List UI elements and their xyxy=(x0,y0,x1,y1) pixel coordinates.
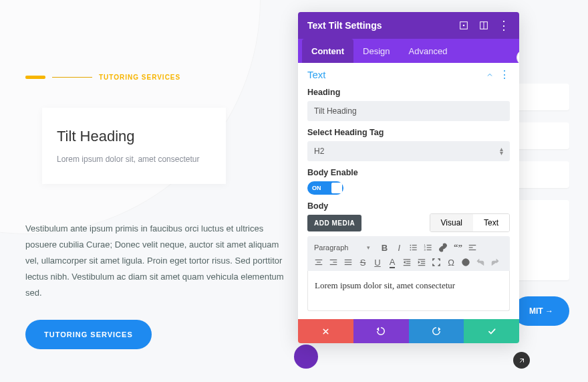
heading-tag-select[interactable]: H2 ▴▾ xyxy=(307,141,510,161)
svg-rect-32 xyxy=(404,265,411,266)
svg-point-5 xyxy=(410,245,412,246)
underline-icon[interactable]: U xyxy=(370,255,385,270)
undo-button[interactable] xyxy=(353,319,409,343)
tag-sep xyxy=(52,77,92,78)
cancel-button[interactable] xyxy=(298,319,353,343)
cta-button[interactable]: TUTORING SERVICES xyxy=(25,320,152,349)
card-heading: Tilt Heading xyxy=(57,128,211,145)
indent-left-icon[interactable] xyxy=(400,255,414,270)
svg-rect-34 xyxy=(418,259,426,260)
select-tag-label: Select Heading Tag xyxy=(307,128,510,137)
svg-point-1 xyxy=(463,25,465,27)
textcolor-icon[interactable]: A xyxy=(385,255,400,270)
panel-body: Text ⋮ Heading Select Heading Tag H2 ▴▾ … xyxy=(298,63,519,319)
add-media-button[interactable]: ADD MEDIA xyxy=(307,215,361,231)
toggle-state: ON xyxy=(312,185,321,191)
svg-rect-16 xyxy=(427,250,432,250)
module-fab[interactable] xyxy=(294,345,318,369)
chevron-up-icon[interactable] xyxy=(486,71,494,79)
select-value: H2 xyxy=(314,147,324,156)
panel-title: Text Tilt Settings xyxy=(307,20,450,31)
editor-textarea[interactable]: Lorem ipsum dolor sit, amet consectetur xyxy=(307,271,510,311)
text-tab[interactable]: Text xyxy=(473,214,509,231)
panel-tabs: Content Design Advanced xyxy=(298,39,519,63)
svg-rect-35 xyxy=(421,261,425,262)
svg-marker-33 xyxy=(404,261,406,264)
svg-rect-21 xyxy=(317,262,321,262)
tagline-text: TUTORING SERVICES xyxy=(99,74,180,81)
svg-rect-31 xyxy=(406,263,410,264)
redo-button[interactable] xyxy=(409,319,464,343)
svg-rect-6 xyxy=(412,245,417,246)
svg-point-9 xyxy=(410,250,412,251)
ol-icon[interactable]: 123 xyxy=(421,240,436,255)
body-enable-label: Body Enable xyxy=(307,168,510,177)
panel-footer xyxy=(298,319,519,343)
tab-design[interactable]: Design xyxy=(353,39,399,63)
specialchar-icon[interactable]: Ω xyxy=(444,255,458,270)
submit-button[interactable]: MIT → xyxy=(513,296,569,326)
svg-rect-28 xyxy=(345,264,352,265)
svg-rect-29 xyxy=(404,259,411,260)
align-right-icon[interactable] xyxy=(326,255,341,270)
svg-point-7 xyxy=(410,247,412,248)
expand-icon[interactable] xyxy=(458,19,470,31)
svg-rect-22 xyxy=(315,264,323,265)
svg-rect-27 xyxy=(345,262,352,262)
svg-rect-20 xyxy=(315,260,323,260)
undo-icon[interactable] xyxy=(473,255,488,270)
tag-bar xyxy=(25,76,45,79)
tab-content[interactable]: Content xyxy=(302,39,353,63)
svg-point-40 xyxy=(464,261,465,262)
svg-rect-24 xyxy=(333,262,337,262)
menu-icon[interactable]: ⋮ xyxy=(498,19,510,31)
svg-point-41 xyxy=(466,261,467,262)
body-label: Body xyxy=(307,201,510,211)
align-center-icon[interactable] xyxy=(311,255,326,270)
svg-rect-18 xyxy=(469,247,473,248)
svg-rect-17 xyxy=(469,245,476,246)
expand-fab[interactable] xyxy=(513,352,530,369)
svg-point-39 xyxy=(462,259,470,266)
svg-rect-8 xyxy=(412,247,417,248)
indent-right-icon[interactable] xyxy=(414,255,429,270)
svg-rect-19 xyxy=(469,250,476,250)
link-icon[interactable] xyxy=(436,240,450,255)
heading-label: Heading xyxy=(307,88,510,97)
align-justify-icon[interactable] xyxy=(341,255,355,270)
svg-rect-36 xyxy=(421,263,425,264)
toggle-knob xyxy=(331,183,342,193)
format-select[interactable]: Paragraph xyxy=(311,242,373,253)
body-paragraph: Vestibulum ante ipsum primis in faucibus… xyxy=(25,221,293,301)
editor-toolbar: Paragraph B I 123 “” S U A Ω xyxy=(307,236,510,271)
tilt-card: Tilt Heading Lorem ipsum dolor sit, amet… xyxy=(42,108,226,184)
align-left-icon[interactable] xyxy=(465,240,480,255)
section-header[interactable]: Text ⋮ xyxy=(307,68,510,81)
redo-icon[interactable] xyxy=(488,255,502,270)
tab-advanced[interactable]: Advanced xyxy=(400,39,457,63)
visual-tab[interactable]: Visual xyxy=(430,214,473,231)
fullscreen-icon[interactable] xyxy=(429,255,444,270)
panel-header[interactable]: Text Tilt Settings ⋮ xyxy=(298,12,519,39)
svg-rect-12 xyxy=(427,245,432,246)
svg-rect-23 xyxy=(330,260,337,260)
strike-icon[interactable]: S xyxy=(355,255,370,270)
svg-rect-30 xyxy=(406,261,410,262)
save-button[interactable] xyxy=(464,319,519,343)
ul-icon[interactable] xyxy=(406,240,421,255)
heading-input[interactable] xyxy=(307,101,510,121)
svg-rect-37 xyxy=(418,265,426,266)
settings-panel: Text Tilt Settings ⋮ Content Design Adva… xyxy=(298,12,519,343)
svg-text:3: 3 xyxy=(424,248,426,252)
editor-mode-tabs: Visual Text xyxy=(430,213,510,232)
body-enable-toggle[interactable]: ON xyxy=(307,181,343,195)
italic-icon[interactable]: I xyxy=(392,240,406,255)
svg-rect-26 xyxy=(345,260,352,260)
section-menu-icon[interactable]: ⋮ xyxy=(499,68,510,81)
bold-icon[interactable]: B xyxy=(377,240,392,255)
quote-icon[interactable]: “” xyxy=(450,240,465,255)
emoji-icon[interactable] xyxy=(458,255,473,270)
svg-rect-14 xyxy=(427,247,432,248)
snap-icon[interactable] xyxy=(478,19,490,31)
svg-rect-10 xyxy=(412,250,417,250)
